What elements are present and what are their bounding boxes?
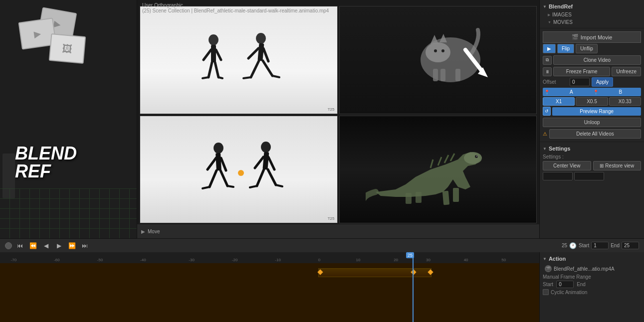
speed-x033-button[interactable]: X0.33: [609, 97, 641, 106]
delete-all-button[interactable]: Delete All Videos: [549, 129, 641, 139]
photo-icons: [15, 10, 95, 75]
ruler-mark--20: -20: [232, 258, 238, 262]
cyclic-checkbox[interactable]: [543, 289, 549, 295]
restore-view-button[interactable]: ⊞ Restore view: [593, 161, 642, 170]
settings-section: ▼ Settings Settings : Center View ⊞ Rest…: [540, 142, 644, 183]
movies-chevron: ▼: [548, 20, 551, 24]
svg-point-36: [261, 142, 271, 153]
blendref-label: BlendRef: [549, 3, 573, 9]
svg-line-42: [250, 186, 257, 187]
center-view-label: Center View: [553, 163, 580, 168]
images-subsection[interactable]: ▶ IMAGES: [543, 11, 641, 18]
unloop-button[interactable]: Unloop: [543, 118, 641, 127]
apply-label: Apply: [596, 79, 609, 85]
thumb-bg-1: [140, 6, 337, 114]
freeze-row: ⏸ Freeze Frame Unfreeze: [543, 67, 641, 76]
svg-line-11: [263, 61, 272, 76]
svg-line-13: [218, 77, 222, 78]
action-section-header[interactable]: ▼ Action: [543, 254, 641, 263]
svg-point-17: [426, 42, 450, 62]
speed-x1-button[interactable]: X1: [543, 97, 575, 106]
photo-card-3: [49, 33, 86, 64]
unfreeze-label: Unfreeze: [616, 69, 637, 74]
a-marker[interactable]: A: [551, 88, 592, 96]
play-forward-button[interactable]: ▶: [54, 241, 64, 251]
svg-rect-47: [406, 193, 412, 204]
movies-subsection[interactable]: ▼ MOVIES: [543, 18, 641, 26]
play-back-button[interactable]: ◀: [41, 241, 51, 251]
unflip-button[interactable]: Unflip: [576, 44, 598, 53]
svg-point-21: [441, 49, 444, 52]
freeze-frame-button[interactable]: Freeze Frame: [553, 67, 610, 76]
blendref-header[interactable]: ▼ BlendRef: [543, 2, 641, 11]
thumb-label-1: T25: [328, 107, 335, 112]
frame-start-input[interactable]: [556, 281, 574, 288]
unfreeze-button[interactable]: Unfreeze: [612, 67, 641, 76]
bottom-timeline-area: ⏮ ⏪ ◀ ▶ ⏩ ⏭ 25 🕐 Start End -70 -60 -50 -…: [0, 238, 644, 322]
svg-line-40: [257, 169, 264, 186]
svg-line-5: [215, 62, 218, 77]
blendref-chevron: ▼: [543, 4, 547, 9]
manual-frame-label: Manual Frame Range: [543, 274, 591, 280]
extra-settings-row: [543, 172, 641, 180]
viewport-header: User Orthographic (25) Scene Collection …: [142, 2, 329, 13]
action-label: Action: [549, 256, 566, 262]
ruler-mark--60: -60: [54, 258, 60, 262]
bottom-bar-viewport: ▶ Move: [137, 224, 539, 238]
skip-to-end-button[interactable]: ⏭: [80, 241, 90, 251]
svg-line-32: [220, 170, 227, 186]
skip-to-start-button[interactable]: ⏮: [15, 241, 25, 251]
step-back-button[interactable]: ⏪: [28, 241, 38, 251]
action-item[interactable]: 🎬 BlendRef_athle...atio.mp4A: [543, 264, 641, 273]
flip-active-button[interactable]: ▶: [543, 44, 556, 53]
unloop-label: Unloop: [584, 120, 600, 125]
preview-range-row: ↺ Preview Range: [543, 107, 641, 116]
track-area[interactable]: [0, 263, 539, 322]
walk-figure-svg-3: [184, 137, 293, 202]
svg-rect-22: [433, 69, 438, 81]
video-thumb-cat[interactable]: [339, 6, 537, 114]
blend-ref-logo: BLEND REF: [15, 10, 105, 110]
flip-button[interactable]: Flip: [557, 44, 574, 53]
start-label: Start: [579, 243, 589, 248]
svg-line-33: [203, 187, 210, 188]
speed-x05-button[interactable]: X0.5: [576, 97, 608, 106]
b-marker[interactable]: B: [600, 88, 642, 96]
freeze-frame-label: Freeze Frame: [566, 69, 598, 74]
start-frame-input[interactable]: [591, 242, 609, 249]
flip-label: Flip: [562, 46, 570, 51]
import-section: 🎬 Import Movie ▶ Flip Unflip ⧉ Clone Vid…: [540, 28, 644, 142]
svg-line-43: [276, 185, 282, 186]
x033-label: X0.33: [619, 99, 632, 104]
settings-header[interactable]: ▼ Settings: [543, 144, 641, 153]
settings-input-1[interactable]: [543, 172, 573, 180]
preview-range-button[interactable]: Preview Range: [552, 107, 641, 116]
offset-label: Offset: [543, 79, 568, 85]
import-movie-button[interactable]: 🎬 Import Movie: [543, 31, 641, 43]
apply-button[interactable]: Apply: [592, 77, 613, 87]
svg-line-12: [203, 77, 209, 78]
svg-line-8: [248, 48, 258, 58]
center-viewport[interactable]: User Orthographic (25) Scene Collection …: [137, 0, 539, 238]
step-forward-button[interactable]: ⏩: [67, 241, 77, 251]
right-properties-bottom: ▼ Action 🎬 BlendRef_athle...atio.mp4A Ma…: [539, 252, 644, 322]
thumb-bg-dino: [340, 116, 537, 223]
import-movie-label: Import Movie: [581, 34, 613, 40]
offset-input[interactable]: [570, 78, 590, 86]
svg-line-4: [209, 62, 212, 77]
end-frame-input[interactable]: [622, 242, 639, 249]
center-view-button[interactable]: Center View: [543, 161, 591, 170]
record-button[interactable]: [5, 242, 12, 249]
video-thumb-3[interactable]: T25: [140, 116, 338, 224]
clone-video-button[interactable]: Clone Video: [553, 55, 641, 65]
frame-badge: 25: [406, 252, 414, 258]
cat-svg: [381, 25, 495, 95]
svg-line-39: [268, 157, 274, 169]
cyclic-row: Cyclic Animation: [543, 289, 641, 295]
playhead-line: 25: [413, 252, 414, 263]
svg-rect-7: [258, 43, 264, 61]
thumb-label-3: T25: [328, 216, 335, 221]
settings-input-2[interactable]: [574, 172, 604, 180]
video-thumb-dino[interactable]: [339, 116, 537, 224]
video-thumb-1[interactable]: T25: [140, 6, 338, 114]
